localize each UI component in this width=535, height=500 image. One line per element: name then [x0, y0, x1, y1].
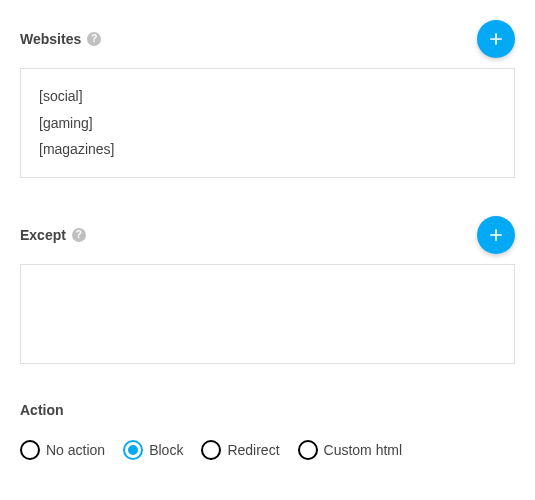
except-box[interactable]	[20, 264, 515, 364]
list-item: [magazines]	[39, 136, 496, 163]
action-radio-group: No action Block Redirect Custom html	[20, 440, 515, 460]
radio-label: No action	[46, 442, 105, 458]
except-section: Except ?	[20, 216, 515, 364]
websites-label: Websites	[20, 31, 81, 47]
radio-icon	[20, 440, 40, 460]
help-icon[interactable]: ?	[72, 228, 86, 242]
radio-icon	[123, 440, 143, 460]
websites-box[interactable]: [social] [gaming] [magazines]	[20, 68, 515, 178]
add-website-button[interactable]	[477, 20, 515, 58]
plus-icon	[486, 225, 506, 245]
list-item: [gaming]	[39, 110, 496, 137]
radio-label: Redirect	[227, 442, 279, 458]
radio-option-no-action[interactable]: No action	[20, 440, 113, 460]
except-header: Except ?	[20, 216, 515, 254]
radio-icon	[201, 440, 221, 460]
plus-icon	[486, 29, 506, 49]
except-label: Except	[20, 227, 66, 243]
radio-label: Block	[149, 442, 183, 458]
except-label-wrap: Except ?	[20, 227, 86, 243]
action-label: Action	[20, 402, 515, 418]
websites-section: Websites ? [social] [gaming] [magazines]	[20, 20, 515, 178]
help-icon[interactable]: ?	[87, 32, 101, 46]
radio-label: Custom html	[324, 442, 403, 458]
radio-option-block[interactable]: Block	[123, 440, 191, 460]
radio-icon	[298, 440, 318, 460]
websites-label-wrap: Websites ?	[20, 31, 101, 47]
action-section: Action No action Block Redirect Custom h…	[20, 402, 515, 460]
radio-option-custom-html[interactable]: Custom html	[298, 440, 411, 460]
websites-header: Websites ?	[20, 20, 515, 58]
list-item: [social]	[39, 83, 496, 110]
radio-option-redirect[interactable]: Redirect	[201, 440, 287, 460]
add-except-button[interactable]	[477, 216, 515, 254]
